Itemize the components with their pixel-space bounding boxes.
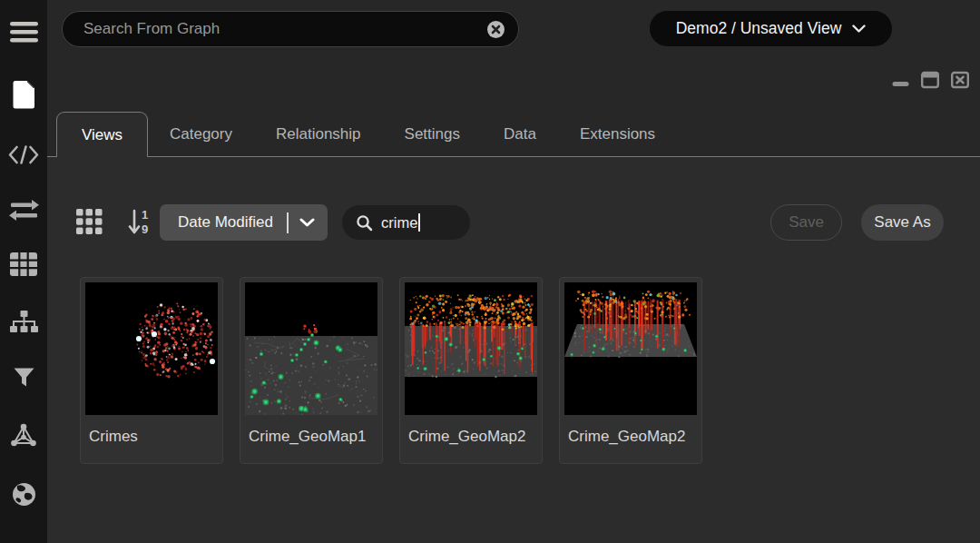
app-window: Search From Graph Demo2 / Unsaved View	[0, 0, 980, 543]
minimize-icon[interactable]	[892, 71, 909, 89]
view-card[interactable]: Crime_GeoMap2	[399, 277, 543, 464]
geo-map-spikes-thumbnail	[405, 282, 537, 415]
view-selector-dropdown[interactable]: Demo2 / Unsaved View	[650, 11, 892, 46]
menu-icon[interactable]	[0, 14, 47, 50]
filter-icon[interactable]	[0, 359, 47, 395]
globe-icon[interactable]	[0, 476, 47, 512]
maximize-icon[interactable]	[921, 71, 939, 89]
view-card-title: Crime_GeoMap2	[400, 415, 542, 446]
grid-layout-icon[interactable]	[76, 209, 103, 234]
tab-extensions[interactable]: Extensions	[558, 112, 677, 156]
window-controls	[892, 71, 969, 89]
file-icon[interactable]	[0, 76, 47, 113]
chevron-down-icon	[299, 218, 315, 227]
close-icon[interactable]	[951, 71, 969, 89]
views-search-value: crime	[381, 214, 417, 232]
view-selector-label: Demo2 / Unsaved View	[676, 19, 842, 38]
sidebar	[0, 0, 47, 543]
sort-by-value: Date Modified	[178, 213, 285, 232]
sort-descending-icon[interactable]: 1 9	[128, 206, 152, 239]
network-icon[interactable]	[0, 417, 47, 453]
graph-search-input[interactable]: Search From Graph	[62, 11, 519, 47]
swap-arrows-icon[interactable]	[0, 192, 47, 228]
tab-bar: ViewsCategoryRelationshipSettingsDataExt…	[47, 112, 980, 157]
sort-by-dropdown[interactable]: Date Modified	[160, 204, 328, 241]
tab-category[interactable]: Category	[148, 112, 254, 156]
table-icon[interactable]	[0, 246, 47, 282]
save-button[interactable]: Save	[770, 204, 842, 241]
code-icon[interactable]	[0, 136, 47, 173]
view-card[interactable]: Crimes	[80, 277, 223, 464]
sitemap-icon[interactable]	[0, 303, 47, 340]
graph-search-placeholder: Search From Graph	[83, 20, 486, 38]
geo-map-plane-thumbnail	[564, 282, 697, 415]
view-card-title: Crimes	[81, 415, 222, 446]
clear-search-icon[interactable]	[486, 20, 505, 39]
view-card-title: Crime_GeoMap2	[560, 415, 701, 446]
dropdown-divider	[287, 212, 289, 233]
tab-views[interactable]: Views	[56, 112, 148, 157]
node-sphere-thumbnail	[85, 282, 218, 415]
view-card[interactable]: Crime_GeoMap1	[240, 277, 383, 464]
svg-text:1: 1	[142, 208, 148, 222]
text-caret	[418, 213, 420, 232]
chevron-down-icon	[852, 25, 866, 33]
tab-settings[interactable]: Settings	[383, 112, 482, 156]
save-as-button[interactable]: Save As	[861, 204, 944, 241]
views-panel: 1 9 Date Modified crime Save	[47, 157, 980, 543]
svg-text:9: 9	[142, 222, 148, 236]
geo-map-flat-thumbnail	[245, 282, 377, 415]
view-card-grid: CrimesCrime_GeoMap1Crime_GeoMap2Crime_Ge…	[80, 277, 702, 464]
tab-relationship[interactable]: Relationship	[254, 112, 383, 156]
tab-data[interactable]: Data	[482, 112, 558, 156]
magnifier-icon	[356, 214, 373, 232]
views-search-input[interactable]: crime	[342, 205, 470, 240]
view-card[interactable]: Crime_GeoMap2	[559, 277, 702, 464]
view-card-title: Crime_GeoMap1	[240, 415, 382, 446]
